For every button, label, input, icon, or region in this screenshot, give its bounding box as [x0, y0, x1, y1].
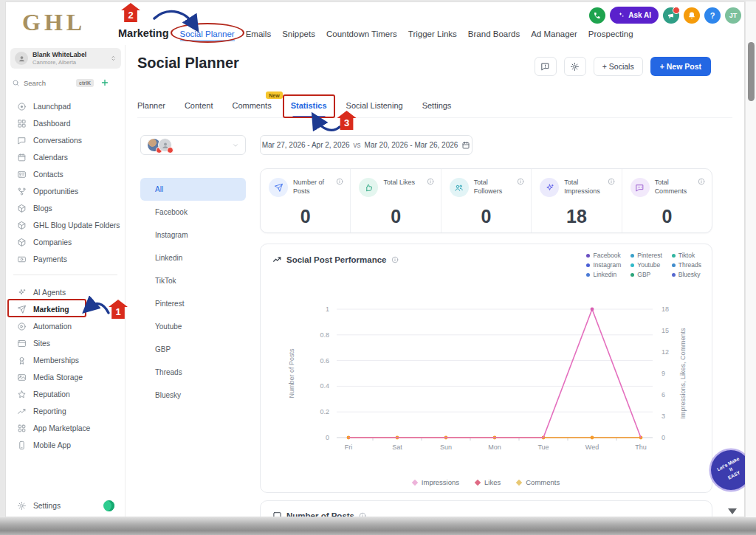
info-icon[interactable] — [336, 178, 343, 185]
sidebar-item-launchpad[interactable]: Launchpad — [6, 98, 125, 115]
tab-planner[interactable]: Planner — [137, 101, 165, 110]
sidebar-item-payments[interactable]: Payments — [6, 251, 125, 268]
platform-legend: FacebookInstagramLinkedinPinterestYoutub… — [586, 252, 701, 278]
info-icon[interactable] — [391, 256, 399, 263]
platform-filter-tiktok[interactable]: TikTok — [140, 269, 246, 292]
thumbs-up-icon — [364, 183, 374, 193]
legend-item-tiktok[interactable]: Tiktok — [672, 252, 701, 259]
tab-settings[interactable]: Settings — [422, 101, 452, 110]
legend-item-gbp[interactable]: GBP — [630, 271, 662, 278]
scroll-down-arrow[interactable] — [728, 508, 737, 514]
notifications-button[interactable] — [684, 7, 700, 24]
info-icon[interactable] — [359, 512, 366, 517]
sidebar-item-ghl-blog-update-folders[interactable]: GHL Blog Update Folders — [6, 217, 125, 234]
planner-settings-button[interactable] — [564, 57, 586, 76]
sidebar-item-ai-agents[interactable]: AI Agents — [6, 284, 125, 301]
legend-item-pinterest[interactable]: Pinterest — [630, 252, 662, 259]
date-range-picker[interactable]: Mar 27, 2026 - Apr 2, 2026 vs Mar 20, 20… — [260, 135, 472, 155]
series-legend-comments[interactable]: Comments — [517, 478, 560, 486]
tab-content[interactable]: Content — [185, 101, 213, 110]
sidebar-item-memberships[interactable]: Memberships — [6, 352, 125, 369]
sidebar-item-calendars[interactable]: Calendars — [6, 149, 125, 166]
tab-label: Statistics — [291, 101, 327, 110]
settings-toggle[interactable] — [103, 500, 114, 511]
legend-item-facebook[interactable]: Facebook — [586, 252, 621, 259]
scrollbar-thumb[interactable] — [748, 42, 755, 101]
add-socials-button[interactable]: + Socials — [594, 57, 643, 76]
vertical-scrollbar[interactable] — [745, 1, 756, 518]
sidebar-item-reputation[interactable]: Reputation — [6, 386, 125, 403]
platform-filter-all[interactable]: All — [140, 178, 246, 201]
platform-filter-pinterest[interactable]: Pinterest — [140, 292, 246, 315]
legend-item-instagram[interactable]: Instagram — [586, 261, 621, 269]
sidebar-item-marketing[interactable]: Marketing1 — [6, 301, 125, 318]
add-button[interactable] — [100, 78, 109, 87]
bell-icon — [687, 11, 696, 20]
sidebar-item-dashboard[interactable]: Dashboard — [6, 115, 125, 132]
sidebar-item-conversations[interactable]: Conversations — [6, 132, 125, 149]
topnav-item-emails[interactable]: Emails — [246, 30, 272, 38]
series-legend-likes[interactable]: Likes — [475, 478, 501, 486]
topnav-item-countdown-timers[interactable]: Countdown Timers — [326, 30, 397, 38]
series-legend-impressions[interactable]: Impressions — [413, 478, 459, 486]
feedback-button[interactable] — [535, 57, 557, 76]
topnav-item-trigger-links[interactable]: Trigger Links — [408, 30, 457, 38]
svg-text:0: 0 — [326, 434, 329, 441]
card-header: Number of Posts — [272, 511, 366, 517]
sidebar-item-automation[interactable]: Automation — [6, 318, 125, 335]
topnav-item-social-planner[interactable]: Social Planner — [180, 30, 235, 38]
sidebar-item-reporting[interactable]: Reporting — [6, 403, 125, 420]
topnav-item-prospecting[interactable]: Prospecting — [588, 30, 633, 38]
help-button[interactable]: ? — [704, 7, 721, 24]
info-icon[interactable] — [608, 178, 615, 185]
legend-item-youtube[interactable]: Youtube — [630, 261, 662, 269]
gear-icon — [17, 501, 27, 511]
stat-number-of-posts: Number of Posts0 — [261, 169, 350, 232]
sidebar-item-label: Settings — [33, 502, 61, 510]
announcements-button[interactable] — [663, 7, 679, 24]
info-icon[interactable] — [698, 178, 705, 185]
sidebar-item-app-marketplace[interactable]: App Marketplace — [6, 420, 125, 437]
ask-ai-button[interactable]: Ask AI — [610, 7, 659, 24]
svg-text:Sun: Sun — [440, 443, 452, 451]
new-post-button[interactable]: + New Post — [650, 57, 711, 76]
tab-comments[interactable]: CommentsNew — [232, 101, 271, 110]
search-input[interactable] — [24, 79, 72, 87]
info-icon[interactable] — [517, 178, 524, 185]
account-filter-dropdown[interactable] — [140, 135, 246, 155]
topbar-actions: Ask AI ? JT — [589, 7, 741, 24]
platform-filter-bluesky[interactable]: Bluesky — [140, 384, 246, 407]
sidebar-item-label: Media Storage — [33, 373, 83, 382]
platform-filter-threads[interactable]: Threads — [140, 361, 246, 384]
sidebar-item-mobile-app[interactable]: Mobile App — [6, 437, 125, 454]
legend-item-bluesky[interactable]: Bluesky — [672, 271, 701, 278]
info-icon[interactable] — [427, 178, 434, 185]
topnav-item-brand-boards[interactable]: Brand Boards — [468, 30, 520, 38]
sidebar-item-sites[interactable]: Sites — [6, 335, 125, 352]
platform-filter-linkedin[interactable]: Linkedin — [140, 246, 246, 269]
tab-statistics[interactable]: Statistics3 — [291, 101, 327, 110]
topnav-item-ad-manager[interactable]: Ad Manager — [531, 30, 577, 38]
help-label: ? — [710, 11, 715, 20]
tab-social-listening[interactable]: Social Listening — [346, 101, 403, 110]
user-avatar[interactable]: JT — [725, 7, 741, 24]
topnav-item-marketing[interactable]: Marketing2 — [118, 27, 169, 39]
legend-item-threads[interactable]: Threads — [672, 261, 701, 269]
platform-filter-gbp[interactable]: GBP — [140, 338, 246, 361]
sidebar-item-blogs[interactable]: Blogs — [6, 200, 125, 217]
sidebar-search: ctrlK — [12, 75, 121, 90]
phone-button[interactable] — [589, 7, 605, 24]
top-header: GHL Marketing2Social PlannerEmailsSnippe… — [6, 2, 744, 45]
sidebar-item-opportunities[interactable]: Opportunities — [6, 183, 125, 200]
sidebar-item-contacts[interactable]: Contacts — [6, 166, 125, 183]
platform-filter-facebook[interactable]: Facebook — [140, 201, 246, 224]
sidebar-item-companies[interactable]: Companies — [6, 234, 125, 251]
sidebar-item-label: Contacts — [33, 170, 63, 179]
platform-filter-instagram[interactable]: Instagram — [140, 224, 246, 246]
sidebar-item-media-storage[interactable]: Media Storage — [6, 369, 125, 386]
topnav-item-snippets[interactable]: Snippets — [282, 30, 315, 38]
platform-filter-youtube[interactable]: Youtube — [140, 315, 246, 338]
account-switcher[interactable]: Blank WhiteLabel Canmore, Alberta — [10, 48, 121, 69]
platform-badge — [167, 147, 173, 153]
legend-item-linkedin[interactable]: Linkedin — [586, 271, 621, 278]
